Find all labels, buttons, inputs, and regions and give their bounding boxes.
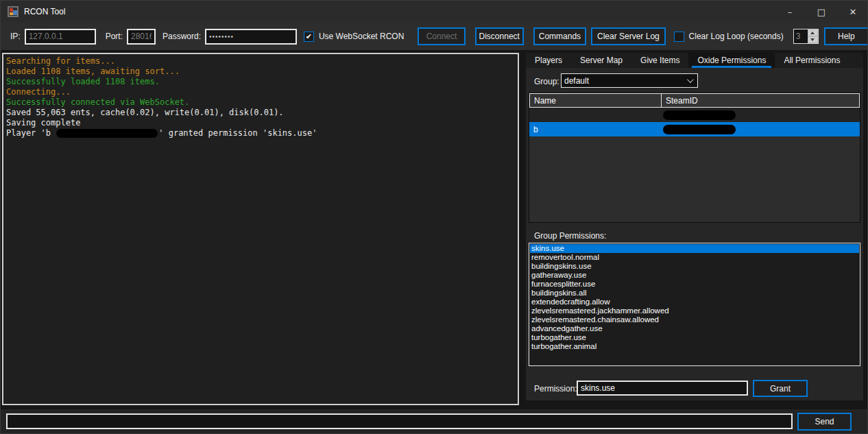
password-label: Password: — [162, 32, 201, 41]
chevron-down-icon — [687, 76, 694, 83]
maximize-icon: □ — [817, 7, 825, 17]
minimize-icon: – — [788, 7, 793, 17]
websocket-checkbox[interactable]: ✔ — [304, 32, 314, 42]
command-bar: Send — [1, 409, 868, 434]
tab-server-map[interactable]: Server Map — [571, 53, 631, 68]
log-line: Saved 55,063 ents, cache(0.02), write(0.… — [6, 108, 515, 118]
maximize-button[interactable]: □ — [806, 1, 837, 23]
log-line: Successfully connected via WebSocket. — [6, 97, 515, 108]
permission-label: Permission: — [534, 384, 577, 394]
commands-button[interactable]: Commands — [533, 27, 586, 45]
close-icon: ✕ — [849, 7, 857, 17]
password-input[interactable] — [205, 29, 297, 45]
permission-item[interactable]: buildingskins.all — [530, 289, 859, 298]
permission-item[interactable]: buildingskins.use — [530, 262, 859, 271]
group-selected-value: default — [564, 76, 589, 86]
loop-seconds-stepper: 3 — [793, 29, 819, 44]
minimize-button[interactable]: – — [774, 1, 806, 23]
port-label: Port: — [106, 32, 123, 41]
tab-give-items[interactable]: Give Items — [631, 53, 688, 68]
log-line: Successfully loaded 1108 items. — [6, 77, 515, 87]
permission-item[interactable]: turbogather.animal — [530, 342, 859, 351]
log-line: Player 'b ' granted permission 'skins.us… — [6, 128, 515, 138]
permission-item[interactable]: advancedgather.use — [530, 324, 859, 333]
column-header-name[interactable]: Name — [530, 94, 662, 107]
connection-toolbar: IP: Port: Password: ✔ Use WebSocket RCON… — [1, 23, 868, 50]
command-input[interactable] — [6, 413, 793, 429]
loop-seconds-value: 3 — [794, 29, 808, 43]
player-name-cell — [529, 108, 661, 122]
close-button[interactable]: ✕ — [837, 1, 868, 23]
window-title: RCON Tool — [24, 7, 65, 16]
check-icon: ✔ — [306, 33, 312, 40]
help-button[interactable]: Help — [824, 27, 868, 45]
group-select[interactable]: default — [561, 73, 698, 88]
player-name-cell: b — [529, 122, 661, 136]
permission-item[interactable]: gatheraway.use — [530, 271, 859, 280]
tab-all-permissions[interactable]: All Permissions — [775, 53, 849, 68]
grant-button[interactable]: Grant — [753, 380, 808, 397]
group-permissions-label: Group Permissions: — [534, 231, 606, 241]
permission-item[interactable]: skins.use — [530, 244, 859, 253]
permission-input[interactable] — [577, 381, 748, 396]
arrow-down-icon — [810, 38, 815, 41]
group-label: Group: — [534, 77, 559, 86]
log-line: Connecting... — [6, 87, 515, 97]
permission-item[interactable]: zlevelsremastered.chainsaw.allowed — [530, 315, 859, 324]
players-table: Name SteamID b — [529, 93, 860, 223]
clear-log-loop-label: Clear Log Loop (seconds) — [689, 32, 784, 41]
clear-server-log-button[interactable]: Clear Server Log — [591, 27, 666, 45]
log-line: Loaded 1108 items, awaiting sort... — [6, 67, 515, 77]
tab-players[interactable]: Players — [526, 53, 571, 68]
permission-item[interactable]: furnacesplitter.use — [530, 280, 859, 289]
permission-item[interactable]: extendedcrafting.allow — [530, 298, 859, 306]
oxide-permissions-panel: Group: default Name SteamID b Group Perm… — [526, 68, 863, 400]
group-permissions-list[interactable]: skins.useremovertool.normalbuildingskins… — [529, 243, 860, 366]
stepper-up-button[interactable] — [808, 29, 818, 36]
ip-label: IP: — [10, 32, 21, 41]
websocket-label: Use WebSocket RCON — [319, 32, 404, 41]
players-table-header: Name SteamID — [529, 93, 860, 108]
server-log[interactable]: Searching for items...Loaded 1108 items,… — [2, 53, 519, 405]
tab-strip: PlayersServer MapGive ItemsOxide Permiss… — [526, 53, 863, 68]
permission-item[interactable]: zlevelsremastered.jackhammer.allowed — [530, 306, 859, 315]
redacted-steamid — [663, 125, 736, 134]
rcon-tool-window: RCON Tool – □ ✕ IP: Port: Password: ✔ Us… — [0, 0, 868, 434]
permission-item[interactable]: turbogather.use — [530, 333, 859, 342]
connect-button: Connect — [418, 27, 465, 45]
title-bar: RCON Tool – □ ✕ — [1, 1, 868, 23]
window-controls: – □ ✕ — [774, 1, 868, 23]
player-row[interactable]: b — [529, 122, 860, 136]
port-input[interactable] — [127, 29, 156, 45]
stepper-down-button[interactable] — [808, 36, 818, 43]
player-steamid-cell — [661, 122, 860, 136]
right-tab-control: PlayersServer MapGive ItemsOxide Permiss… — [526, 53, 863, 405]
disconnect-button[interactable]: Disconnect — [475, 27, 524, 45]
send-button[interactable]: Send — [797, 413, 852, 431]
redacted-text — [56, 129, 158, 138]
permission-item[interactable]: removertool.normal — [530, 253, 859, 262]
redacted-steamid — [663, 110, 736, 120]
player-steamid-cell — [661, 108, 860, 122]
app-icon — [8, 6, 19, 17]
players-table-body: b — [529, 108, 860, 136]
log-line: Saving complete — [6, 118, 515, 128]
log-line: Searching for items... — [6, 56, 515, 67]
arrow-up-icon — [810, 32, 815, 34]
tab-oxide-permissions[interactable]: Oxide Permissions — [688, 53, 775, 68]
column-header-steamid[interactable]: SteamID — [662, 94, 859, 107]
player-row[interactable] — [529, 108, 860, 122]
ip-input[interactable] — [25, 29, 96, 45]
clear-log-loop-checkbox[interactable] — [674, 32, 684, 42]
